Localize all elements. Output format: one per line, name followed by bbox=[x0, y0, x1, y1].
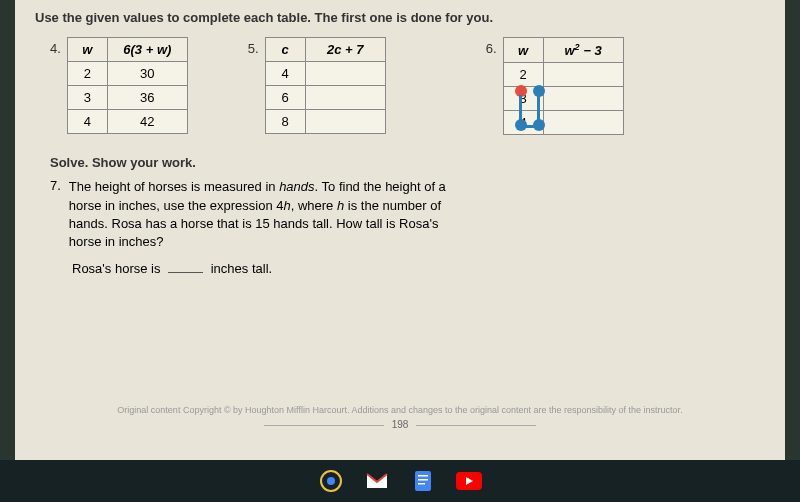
table-4-block: 4. w 6(3 + w) 2 30 3 36 4 42 bbox=[50, 37, 188, 135]
table-header: w2 − 3 bbox=[543, 38, 623, 63]
solve-section: Solve. Show your work. 7. The height of … bbox=[50, 155, 765, 276]
table-header: 6(3 + w) bbox=[107, 38, 187, 62]
table-cell: 42 bbox=[107, 110, 187, 134]
worksheet-page: Use the given values to complete each ta… bbox=[15, 0, 785, 460]
table-cell[interactable] bbox=[305, 86, 385, 110]
answer-line: Rosa's horse is inches tall. bbox=[72, 261, 765, 276]
svg-rect-5 bbox=[418, 483, 425, 485]
table-cell: 4 bbox=[265, 62, 305, 86]
table-6-block: 6. w w2 − 3 2 3 4 bbox=[486, 37, 624, 135]
svg-rect-2 bbox=[415, 471, 431, 491]
table-cell: 2 bbox=[67, 62, 107, 86]
table-cell[interactable] bbox=[543, 87, 623, 111]
table-cell: 3 bbox=[67, 86, 107, 110]
solve-header: Solve. Show your work. bbox=[50, 155, 765, 170]
document-icon[interactable] bbox=[410, 468, 436, 494]
youtube-icon[interactable] bbox=[456, 468, 482, 494]
answer-blank[interactable] bbox=[168, 272, 203, 273]
problem-7: 7. The height of horses is measured in h… bbox=[50, 178, 470, 251]
table-cell: 8 bbox=[265, 110, 305, 134]
question-number: 7. bbox=[50, 178, 61, 251]
table-cell: 30 bbox=[107, 62, 187, 86]
table-cell: 6 bbox=[265, 86, 305, 110]
browser-icon[interactable] bbox=[318, 468, 344, 494]
instruction-text: Use the given values to complete each ta… bbox=[35, 10, 765, 25]
table-cell[interactable] bbox=[305, 110, 385, 134]
taskbar bbox=[0, 460, 800, 502]
table-5-block: 5. c 2c + 7 4 6 8 bbox=[248, 37, 386, 135]
table-cell[interactable] bbox=[305, 62, 385, 86]
table-cell[interactable] bbox=[543, 111, 623, 135]
answer-prefix: Rosa's horse is bbox=[72, 261, 160, 276]
table-cell[interactable] bbox=[543, 63, 623, 87]
question-number: 4. bbox=[50, 41, 61, 56]
svg-rect-3 bbox=[418, 475, 428, 477]
gmail-icon[interactable] bbox=[364, 468, 390, 494]
svg-rect-4 bbox=[418, 479, 428, 481]
table-header: w bbox=[503, 38, 543, 63]
table-header: c bbox=[265, 38, 305, 62]
tables-row: 4. w 6(3 + w) 2 30 3 36 4 42 bbox=[50, 37, 765, 135]
question-number: 5. bbox=[248, 41, 259, 56]
question-number: 6. bbox=[486, 41, 497, 56]
problem-text: The height of horses is measured in hand… bbox=[69, 178, 470, 251]
table-header: w bbox=[67, 38, 107, 62]
copyright-text: Original content Copyright © by Houghton… bbox=[15, 405, 785, 415]
svg-point-1 bbox=[327, 477, 335, 485]
table-cell: 36 bbox=[107, 86, 187, 110]
table-5: c 2c + 7 4 6 8 bbox=[265, 37, 386, 134]
page-number: 198 bbox=[259, 419, 541, 430]
table-header: 2c + 7 bbox=[305, 38, 385, 62]
table-cell: 2 bbox=[503, 63, 543, 87]
table-cell: 4 bbox=[67, 110, 107, 134]
answer-suffix: inches tall. bbox=[211, 261, 272, 276]
shape-line-bottom[interactable] bbox=[519, 125, 541, 128]
table-4: w 6(3 + w) 2 30 3 36 4 42 bbox=[67, 37, 188, 134]
